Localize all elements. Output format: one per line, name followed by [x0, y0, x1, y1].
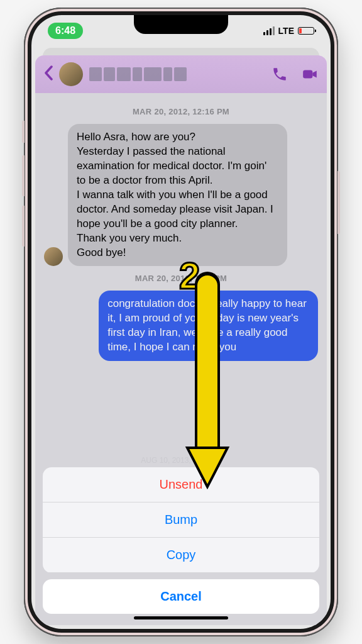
- status-time-pill[interactable]: 6:48: [48, 23, 83, 39]
- phone-frame: 6:48 LTE: [24, 8, 338, 636]
- cancel-button[interactable]: Cancel: [43, 579, 319, 614]
- chat-card: MAR 20, 2012, 12:16 PM Hello Asra, how a…: [35, 55, 327, 625]
- copy-button[interactable]: Copy: [43, 538, 319, 573]
- screen: 6:48 LTE: [31, 15, 331, 629]
- bump-button[interactable]: Bump: [43, 502, 319, 538]
- network-label: LTE: [278, 26, 294, 36]
- signal-icon: [263, 26, 275, 35]
- action-sheet: Unsend Bump Copy AUG 10, 2013, 5:12 PM C…: [43, 467, 319, 614]
- notch: [134, 15, 228, 34]
- home-indicator[interactable]: [134, 616, 228, 619]
- battery-icon: [298, 27, 314, 35]
- unsend-button[interactable]: Unsend: [43, 467, 319, 502]
